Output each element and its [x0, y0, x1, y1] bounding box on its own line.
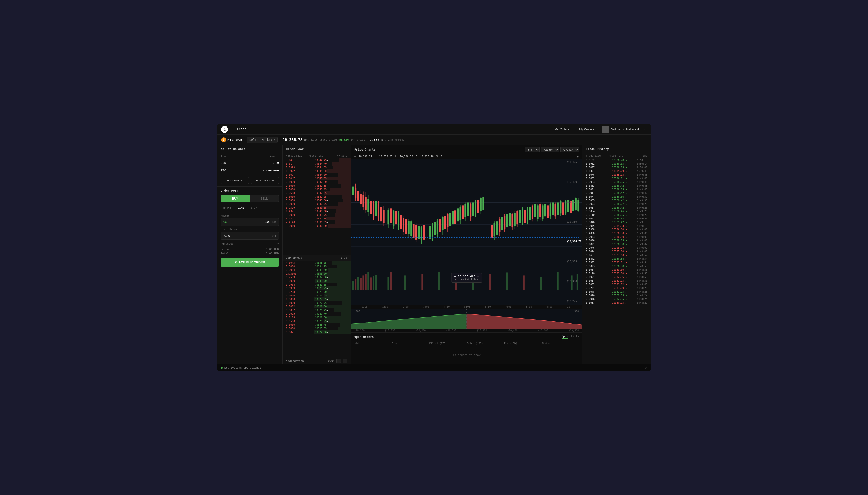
trade-history-row[interactable]: 0.0093 10338.27 ↗ 9:49:28	[583, 202, 651, 206]
order-book-bid-row[interactable]: 0.1000 10327.25 -	[283, 301, 350, 305]
order-book-bid-row[interactable]: 25.3000 10333.00 -	[283, 272, 350, 275]
order-book-ask-row[interactable]: 0.6000 10341.80 -	[283, 199, 350, 202]
chart-type-select[interactable]: CandleLineOHLC	[541, 147, 559, 152]
order-book-bid-row[interactable]: 1.0000 10325.45 -	[283, 323, 350, 327]
overlay-select[interactable]: Overlay	[560, 147, 579, 152]
trade-history-row[interactable]: 0.007 10335.29 ↗ 9:49:49	[583, 169, 651, 173]
max-link[interactable]: Max	[223, 221, 227, 223]
order-book-ask-row[interactable]: 1.007 10344.00 -	[283, 173, 350, 176]
trade-history-row[interactable]: 0.0102 10336.78 ↗ 9:50:15	[583, 158, 651, 162]
trade-history-row[interactable]: 0.0016 10332.95 ↗ 9:48:24	[583, 293, 651, 297]
order-book-bid-row[interactable]: 0.0984 10333.50 -	[283, 268, 350, 272]
trade-history-row[interactable]: 0.0046 10339.42 ↗ 9:49:19	[583, 220, 651, 224]
order-book-ask-row[interactable]: 0.7599 10340.35 -	[283, 206, 350, 209]
trade-history-row[interactable]: 0.0011 10338.42 ↗ 9:49:42	[583, 191, 651, 195]
deposit-button[interactable]: ⊕ DEPOSIT	[220, 177, 249, 184]
order-book-bid-row[interactable]: 0.0023 10326.40 -	[283, 312, 350, 316]
trade-history-row[interactable]: 0.1667 10333.60 ↗ 9:48:57	[583, 253, 651, 257]
amount-input[interactable]	[227, 220, 272, 224]
my-orders-button[interactable]: My Orders	[551, 126, 573, 133]
order-book-ask-row[interactable]: 0.2999 10344.35 -	[283, 166, 350, 169]
order-book-ask-row[interactable]: 2.0000 10342.85 -	[283, 184, 350, 188]
trade-history-row[interactable]: 0.0110 10333.00 ↗ 9:48:53	[583, 272, 651, 275]
depth-chart[interactable]: -300 300	[351, 309, 582, 329]
withdraw-button[interactable]: ⊖ WITHDRAW	[251, 177, 279, 184]
order-book-bid-row[interactable]: 2.5000 10334.95 -	[283, 264, 350, 268]
trade-history-row[interactable]: 0.0027 10338.63 ↗ 9:49:20	[583, 217, 651, 220]
order-book-bid-row[interactable]: 6.0000 10325.25 -	[283, 327, 350, 330]
trade-history-row[interactable]: 0.3442 10336.84 ↗ 9:48:54	[583, 257, 651, 261]
trade-history-row[interactable]: 0.0054 10338.46 ↗ 9:49:20	[583, 209, 651, 213]
trade-history-row[interactable]: 0.2933 10336.80 ↗ 9:49:06	[583, 235, 651, 239]
trade-history-row[interactable]: 0.2968 10336.80 ↗ 9:49:06	[583, 228, 651, 232]
trade-history-row[interactable]: 0.0076 10335.00 ↗ 9:49:02	[583, 246, 651, 250]
order-book-bid-row[interactable]: 4.0045 10335.05 -	[283, 261, 350, 264]
order-book-bid-row[interactable]: 3.0268 10329.00 -	[283, 290, 350, 294]
order-book-bid-row[interactable]: 0.0010 10328.15 -	[283, 294, 350, 297]
candlestick-chart[interactable]: $10,425 $10,400 $10,375 $10,350 $10,336.…	[351, 159, 582, 305]
agg-increase-button[interactable]: +	[343, 359, 347, 363]
select-market-button[interactable]: Select Market ▾	[247, 137, 278, 143]
trade-history-row[interactable]: 0.0024 10335.00 ↗ 9:49:01	[583, 250, 651, 253]
trade-history-row[interactable]: 0.007 10338.66 ↗ 9:49:37	[583, 195, 651, 199]
trade-history-row[interactable]: 0.0023 10338.05 ↗ 9:49:48	[583, 180, 651, 184]
trade-history-row[interactable]: 0.005 10333.00 ↗ 9:48:53	[583, 268, 651, 272]
order-book-ask-row[interactable]: 1.0047 10343.75 -	[283, 176, 350, 180]
order-book-ask-row[interactable]: 0.1321 10337.35 -	[283, 217, 350, 220]
settings-icon[interactable]: ⚙	[645, 366, 648, 370]
advanced-toggle[interactable]: Advanced ▾	[220, 242, 279, 245]
order-book-ask-row[interactable]: 0.5922 10344.30 -	[283, 169, 350, 173]
buy-tab[interactable]: BUY	[220, 195, 250, 202]
nav-tab-trade[interactable]: Trade	[233, 124, 250, 135]
trade-history-row[interactable]: 0.1094 10332.96 ↗ 9:48:53	[583, 275, 651, 279]
order-book-bid-row[interactable]: 0.0999 10329.25 -	[283, 287, 350, 290]
order-book-ask-row[interactable]: 0.1000 10342.65 -	[283, 188, 350, 191]
trade-history-row[interactable]: 0.001 10338.42 ↗ 9:49:26	[583, 206, 651, 209]
order-book-ask-row[interactable]: 1.0000 10340.65 -	[283, 202, 350, 206]
trade-history-row[interactable]: 0.0234 10331.00 ↗ 9:48:28	[583, 286, 651, 290]
trade-history-row[interactable]: 0.0076 10335.13 ↗ 9:49:48	[583, 173, 651, 176]
chart-nav-button[interactable]: ▶	[577, 155, 579, 158]
order-book-bid-row[interactable]: 0.7599 10332.90 -	[283, 275, 350, 279]
trade-history-row[interactable]: 0.0463 10336.71 ↗ 9:49:48	[583, 176, 651, 180]
trade-history-row[interactable]: 0.1821 10336.98 ↗ 9:49:02	[583, 242, 651, 246]
order-book-ask-row[interactable]: 1.4371 10340.00 -	[283, 209, 350, 213]
user-area[interactable]: Satoshi Nakamoto ▾	[600, 126, 647, 133]
trade-history-row[interactable]: 0.4000 10336.80 ↗ 9:49:06	[583, 232, 651, 235]
my-wallets-button[interactable]: My Wallets	[575, 126, 598, 133]
order-book-ask-row[interactable]: 2.4140 10336.55 -	[283, 220, 350, 224]
order-book-bid-row[interactable]: 3.0000 10331.00 -	[283, 279, 350, 283]
trade-history-row[interactable]: 0.0023 10336.98 ↗ 9:48:53	[583, 264, 651, 268]
trade-history-row[interactable]: 0.0353 10333.01 ↗ 9:48:54	[583, 261, 651, 264]
trade-history-row[interactable]: 0.0463 10338.42 ↗ 9:49:48	[583, 184, 651, 188]
sell-tab[interactable]: SELL	[250, 195, 279, 202]
order-book-bid-row[interactable]: 0.0021 10324.50 -	[283, 330, 350, 334]
order-book-ask-row[interactable]: 3.14 10344.45 -	[283, 158, 350, 162]
timeframe-select[interactable]: 5m1m15m1h	[525, 147, 540, 152]
fills-tab[interactable]: Fills	[571, 335, 579, 339]
order-book-bid-row[interactable]: 0.0500 10325.75 -	[283, 319, 350, 323]
agg-decrease-button[interactable]: −	[337, 359, 341, 363]
order-book-ask-row[interactable]: 3.0000 10339.25 -	[283, 213, 350, 217]
trade-history-row[interactable]: 0.0045 10339.33 ↗ 9:49:13	[583, 224, 651, 228]
trade-history-row[interactable]: 0.0037 10330.95 ↗ 9:48:22	[583, 301, 651, 305]
order-book-bid-row[interactable]: 1.0000 10327.95 -	[283, 297, 350, 301]
trade-history-row[interactable]: 0.0048 10332.95 ↗ 9:48:28	[583, 290, 651, 293]
order-book-ask-row[interactable]: 0.0688 10342.15 -	[283, 191, 350, 195]
trade-history-row[interactable]: 0.005 10338.05 ↗ 9:49:43	[583, 188, 651, 191]
order-book-ask-row[interactable]: 0.01 10344.40 -	[283, 162, 350, 166]
stop-tab[interactable]: STOP	[248, 205, 260, 211]
order-book-ask-row[interactable]: 2.0000 10341.95 -	[283, 195, 350, 199]
limit-price-input[interactable]	[223, 234, 272, 238]
trade-history-row[interactable]: 0.001 10332.95 ↗ 9:48:50	[583, 279, 651, 283]
trade-history-row[interactable]: 0.0047 10338.05 ↗ 9:50:02	[583, 166, 651, 169]
order-book-bid-row[interactable]: 0.1022 10326.50 -	[283, 305, 350, 308]
order-book-ask-row[interactable]: 5.6010 10336.30 -	[283, 224, 350, 228]
trade-history-row[interactable]: 0.0093 10338.42 ↗ 9:49:30	[583, 199, 651, 202]
open-orders-tab[interactable]: Open	[561, 335, 568, 339]
limit-tab[interactable]: LIMIT	[235, 205, 248, 211]
order-book-bid-row[interactable]: 0.0037 10326.45 -	[283, 308, 350, 312]
market-tab[interactable]: MARKET	[220, 205, 235, 211]
trade-history-row[interactable]: 0.0046 10332.95 ↗ 9:48:24	[583, 297, 651, 301]
order-book-bid-row[interactable]: 1.2904 10329.35 -	[283, 283, 350, 287]
